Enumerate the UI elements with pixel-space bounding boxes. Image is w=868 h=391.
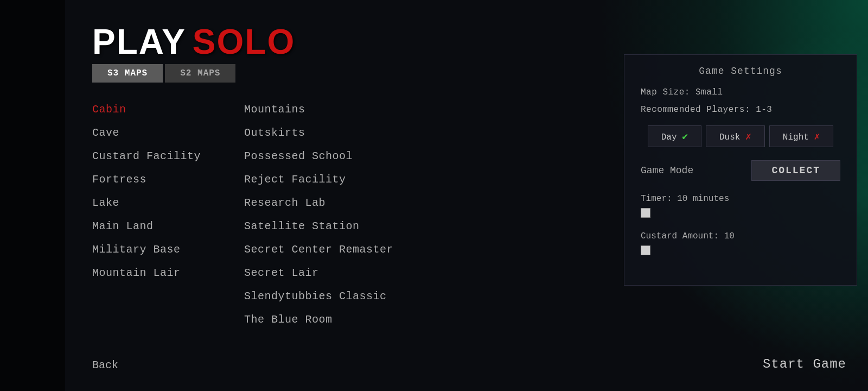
left-sidebar xyxy=(0,0,65,391)
tab-s3-maps[interactable]: S3 MAPS xyxy=(92,64,163,83)
map-item-secret-center-remaster[interactable]: Secret Center Remaster xyxy=(244,238,396,261)
main-content: PLAYSOLO S3 MAPS S2 MAPS Cabin Cave Cust… xyxy=(65,0,868,391)
custard-amount-checkbox[interactable] xyxy=(641,245,650,255)
time-day-check-icon: ✔ xyxy=(682,131,688,142)
map-item-lake[interactable]: Lake xyxy=(92,191,244,215)
map-item-satellite-station[interactable]: Satellite Station xyxy=(244,215,396,238)
title-area: PLAYSOLO xyxy=(92,22,295,62)
title-play: PLAY xyxy=(92,22,186,61)
map-item-research-lab[interactable]: Research Lab xyxy=(244,191,396,215)
time-night-label: Night xyxy=(783,133,809,142)
map-item-fortress[interactable]: Fortress xyxy=(92,168,244,191)
time-btn-day[interactable]: Day ✔ xyxy=(648,125,701,147)
map-item-mountains[interactable]: Mountains xyxy=(244,98,396,121)
map-item-slendytubbies-classic[interactable]: Slendytubbies Classic xyxy=(244,285,396,308)
timer-label: Timer: 10 minutes xyxy=(641,194,840,204)
time-btn-dusk[interactable]: Dusk ✗ xyxy=(706,125,765,147)
tabs-area: S3 MAPS S2 MAPS xyxy=(92,64,235,83)
map-item-cabin[interactable]: Cabin xyxy=(92,98,244,121)
map-column-left: Cabin Cave Custard Facility Fortress Lak… xyxy=(92,98,244,331)
game-mode-row: Game Mode COLLECT xyxy=(641,160,840,181)
time-dusk-x-icon: ✗ xyxy=(745,131,751,142)
map-item-possessed-school[interactable]: Possessed School xyxy=(244,144,396,168)
map-item-cave[interactable]: Cave xyxy=(92,121,244,144)
time-buttons-area: Day ✔ Dusk ✗ Night ✗ xyxy=(641,125,840,147)
custard-amount-setting: Custard Amount: 10 xyxy=(641,231,840,258)
map-item-military-base[interactable]: Military Base xyxy=(92,238,244,261)
map-column-right: Mountains Outskirts Possessed School Rej… xyxy=(244,98,396,331)
map-item-mountain-lair[interactable]: Mountain Lair xyxy=(92,261,244,285)
settings-panel: Game Settings Map Size: Small Recommende… xyxy=(624,54,857,286)
time-btn-night[interactable]: Night ✗ xyxy=(769,125,833,147)
back-button[interactable]: Back xyxy=(92,356,118,375)
timer-setting: Timer: 10 minutes xyxy=(641,194,840,220)
time-dusk-label: Dusk xyxy=(719,133,740,142)
game-mode-value[interactable]: COLLECT xyxy=(751,160,840,181)
tab-s2-maps[interactable]: S2 MAPS xyxy=(165,64,235,83)
time-night-x-icon: ✗ xyxy=(814,131,820,142)
map-item-main-land[interactable]: Main Land xyxy=(92,215,244,238)
custard-amount-label: Custard Amount: 10 xyxy=(641,231,840,241)
map-item-custard-facility[interactable]: Custard Facility xyxy=(92,144,244,168)
map-item-the-blue-room[interactable]: The Blue Room xyxy=(244,308,396,331)
time-day-label: Day xyxy=(661,133,677,142)
title-solo: SOLO xyxy=(193,22,295,61)
game-mode-label: Game Mode xyxy=(641,165,693,176)
map-size-row: Map Size: Small xyxy=(641,87,840,97)
timer-checkbox[interactable] xyxy=(641,208,650,218)
start-game-button[interactable]: Start Game xyxy=(763,354,846,375)
maps-container: Cabin Cave Custard Facility Fortress Lak… xyxy=(92,98,396,331)
settings-title: Game Settings xyxy=(641,66,840,77)
map-item-outskirts[interactable]: Outskirts xyxy=(244,121,396,144)
map-item-secret-lair[interactable]: Secret Lair xyxy=(244,261,396,285)
map-item-reject-facility[interactable]: Reject Facility xyxy=(244,168,396,191)
recommended-players-row: Recommended Players: 1-3 xyxy=(641,105,840,115)
